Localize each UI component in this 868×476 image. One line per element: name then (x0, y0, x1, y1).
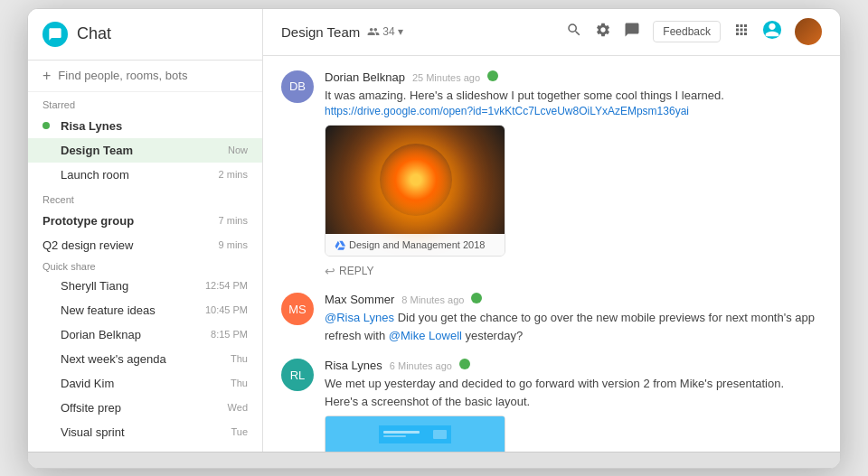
mention: @Mike Lowell (389, 329, 462, 342)
msg-header-line: Max Sommer 8 Minutes ago (325, 293, 822, 306)
verified-icon (487, 70, 498, 81)
no-indicator (42, 355, 50, 362)
account-icon[interactable] (762, 20, 782, 44)
no-indicator (42, 171, 50, 178)
sidebar-name: New feature ideas (61, 303, 156, 317)
members-icon (367, 25, 380, 38)
sidebar: Chat + Starred Risa Lynes Design Team (28, 9, 263, 452)
msg-author: Risa Lynes (325, 359, 382, 372)
sidebar-time: 9 mins (219, 239, 248, 250)
sidebar-header: Chat (28, 9, 262, 61)
sidebar-time: 8:15 PM (211, 329, 248, 340)
sidebar-time: 2 mins (219, 169, 248, 180)
main-content: Design Team 34 ▾ (263, 9, 840, 452)
no-indicator (42, 428, 50, 435)
chat-logo (42, 22, 68, 47)
avatar: RL (281, 359, 314, 391)
online-indicator (42, 122, 50, 129)
msg-body: Risa Lynes 6 Minutes ago We met up yeste… (325, 359, 822, 452)
recent-label: Recent (28, 187, 262, 209)
sidebar-time: 7 mins (219, 215, 248, 226)
msg-header-line: Dorian Belknap 25 Minutes ago (325, 70, 822, 84)
msg-text: @Risa Lynes Did you get the chance to go… (325, 309, 822, 344)
sidebar-name: David Kim (61, 377, 114, 390)
message-row: DB Dorian Belknap 25 Minutes ago It was … (281, 70, 822, 279)
member-number: 34 (382, 25, 394, 38)
message-row: MS Max Sommer 8 Minutes ago @Risa Lynes … (281, 293, 822, 344)
header-right: Feedback (566, 18, 822, 45)
sidebar-item-prototype[interactable]: Prototype group 7 mins (28, 209, 262, 233)
sidebar-item-illustration[interactable]: Illustration leads Mon (28, 444, 262, 452)
sidebar-time: Mon (229, 451, 248, 452)
msg-author: Max Sommer (325, 293, 394, 306)
sidebar-name: Design Team (61, 144, 133, 157)
feedback-label: Feedback (663, 25, 711, 38)
sidebar-name: Next week's agenda (61, 352, 166, 366)
msg-card-title: Design and Management 2018 (326, 234, 505, 256)
svg-rect-2 (383, 431, 420, 434)
svg-rect-4 (433, 430, 447, 439)
messages-area: DB Dorian Belknap 25 Minutes ago It was … (263, 56, 840, 452)
sidebar-item-visual[interactable]: Visual sprint Tue (28, 420, 262, 444)
msg-text: We met up yesterday and decided to go fo… (325, 375, 822, 410)
sidebar-name: Risa Lynes (61, 119, 122, 133)
sidebar-title: Chat (77, 24, 111, 43)
add-icon[interactable]: + (42, 68, 51, 84)
sidebar-time: Thu (231, 353, 248, 364)
msg-card: Design and Management 2018 (325, 125, 505, 257)
msg-card-image (326, 126, 505, 234)
no-indicator (42, 331, 50, 338)
drive-icon (335, 239, 345, 250)
sidebar-time: 12:54 PM (205, 280, 248, 291)
search-bar: + (28, 61, 262, 92)
user-avatar[interactable] (795, 18, 822, 45)
sidebar-name: Illustration leads (61, 450, 146, 452)
avatar: MS (281, 293, 314, 325)
sidebar-item-risa[interactable]: Risa Lynes (28, 114, 262, 138)
dropdown-icon[interactable]: ▾ (398, 25, 403, 38)
msg-body: Max Sommer 8 Minutes ago @Risa Lynes Did… (325, 293, 822, 344)
verified-icon (471, 293, 482, 303)
sidebar-item-agenda[interactable]: Next week's agenda Thu (28, 347, 262, 371)
svg-rect-3 (383, 435, 406, 437)
message-row: RL Risa Lynes 6 Minutes ago We met up ye… (281, 359, 822, 452)
main-header: Design Team 34 ▾ (263, 9, 840, 56)
sidebar-time: Thu (231, 378, 248, 388)
no-indicator (42, 146, 50, 154)
verified-icon (459, 359, 470, 369)
no-indicator (42, 379, 50, 387)
starred-label: Starred (28, 92, 262, 114)
sidebar-name: Dorian Belknap (61, 328, 141, 341)
sidebar-name: Launch room (61, 168, 129, 182)
sidebar-item-offsite[interactable]: Offsite prep Wed (28, 396, 262, 420)
sidebar-item-feature-ideas[interactable]: New feature ideas 10:45 PM (28, 298, 262, 322)
msg-header-line: Risa Lynes 6 Minutes ago (325, 359, 822, 372)
search-input[interactable] (58, 69, 248, 82)
sidebar-name: Prototype group (42, 214, 134, 228)
card-title-text: Design and Management 2018 (349, 239, 485, 250)
feedback-icon[interactable] (624, 22, 640, 42)
search-icon[interactable] (566, 22, 582, 42)
sidebar-item-launch[interactable]: Launch room 2 mins (28, 163, 262, 187)
sidebar-name: Offsite prep (61, 401, 121, 415)
msg-text: It was amazing. Here's a slideshow I put… (325, 87, 822, 105)
laptop-bottom (28, 452, 840, 468)
msg-time: 6 Minutes ago (390, 360, 452, 371)
msg-link[interactable]: https://drive.google.com/open?id=1vkKtCc… (325, 105, 689, 117)
sidebar-time: 10:45 PM (205, 304, 248, 315)
settings-icon[interactable] (595, 22, 611, 42)
sidebar-item-q2[interactable]: Q2 design review 9 mins (28, 233, 262, 257)
sidebar-item-dorian[interactable]: Dorian Belknap 8:15 PM (28, 322, 262, 347)
reply-button[interactable]: ↩ REPLY (325, 264, 822, 278)
sidebar-item-design-team[interactable]: Design Team Now (28, 138, 262, 163)
sidebar-item-sheryll[interactable]: Sheryll Tiang 12:54 PM (28, 274, 262, 298)
msg-body: Dorian Belknap 25 Minutes ago It was ama… (325, 70, 822, 279)
mention: @Risa Lynes (325, 311, 394, 324)
sidebar-item-david[interactable]: David Kim Thu (28, 371, 262, 396)
feedback-button[interactable]: Feedback (653, 21, 721, 42)
preview-blue-area (326, 416, 505, 452)
msg-time: 8 Minutes ago (401, 294, 464, 305)
avatar: DB (281, 70, 314, 103)
grid-icon[interactable] (733, 22, 750, 42)
sidebar-name: Visual sprint (61, 425, 125, 439)
